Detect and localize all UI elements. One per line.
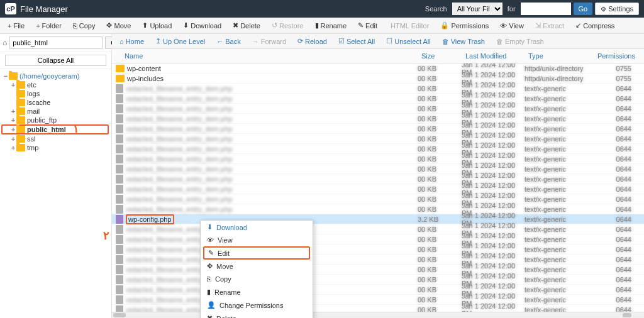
horizontal-scrollbar[interactable]: [112, 312, 644, 318]
tree-root[interactable]: −(/home/gooyceram): [3, 72, 109, 80]
empty-trash-button[interactable]: 🗑 Empty Trash: [491, 36, 549, 47]
toolbar-extract-button[interactable]: ⇲ Extract: [530, 19, 569, 31]
file-icon: [116, 255, 123, 264]
file-icon: [116, 185, 123, 194]
top-bar: cP File Manager Search All Your Files fo…: [0, 0, 644, 18]
view-trash-button[interactable]: 🗑 View Trash: [437, 36, 490, 47]
file-row[interactable]: redacted_filename_entry_item.php00 KBJan…: [112, 94, 644, 104]
file-row[interactable]: redacted_filename_entry_item.php00 KBJan…: [112, 224, 644, 234]
ctx-delete-item[interactable]: ✖Delete: [201, 312, 313, 318]
tree-node-lscache[interactable]: lscache: [3, 98, 109, 107]
file-icon: [116, 124, 123, 133]
toolbar-file-button[interactable]: + File: [3, 20, 30, 31]
file-row[interactable]: redacted_filename_entry_item.php00 KBJan…: [112, 244, 644, 255]
ctx-move-item[interactable]: ✥Move: [201, 260, 313, 273]
annotation-1: ۱: [73, 122, 79, 136]
file-row[interactable]: redacted_filename_entry_item.php00 KBJan…: [112, 124, 644, 134]
file-row[interactable]: wp-content00 KBJan 1 2024 12:00 PMhttpd/…: [112, 63, 644, 74]
context-menu: ⬇Download👁View✎Edit✥Move⎘Copy▮Rename👤Cha…: [200, 220, 313, 318]
toolbar-upload-button[interactable]: ⬆ Upload: [137, 19, 177, 31]
toolbar-copy-button[interactable]: ⎘ Copy: [68, 20, 101, 31]
tree-node-tmp[interactable]: +tmp: [3, 143, 109, 152]
ctx-edit-item[interactable]: ✎Edit: [203, 246, 310, 260]
file-row[interactable]: redacted_filename_entry_item.php00 KBJan…: [112, 234, 644, 244]
file-row[interactable]: redacted_filename_entry_item.php00 KBJan…: [112, 285, 644, 295]
file-icon: [116, 104, 123, 113]
download-icon: ⬇: [207, 223, 213, 231]
file-row[interactable]: wp-includes00 KBJan 1 2024 12:00 PMhttpd…: [112, 74, 644, 84]
toolbar-view-button[interactable]: 👁 View: [495, 20, 529, 31]
gear-icon: ⚙: [601, 6, 606, 13]
file-row[interactable]: redacted_filename_entry_item.php00 KBJan…: [112, 164, 644, 174]
nav-home-button[interactable]: ⌂ Home: [114, 36, 149, 47]
tree-node-public_html[interactable]: +public_html: [1, 124, 109, 134]
file-row[interactable]: redacted_filename_entry_item.php00 KBJan…: [112, 114, 644, 124]
file-list: wp-content00 KBJan 1 2024 12:00 PMhttpd/…: [112, 63, 644, 318]
delete-icon: ✖: [207, 314, 213, 318]
path-input[interactable]: [9, 36, 103, 49]
toolbar-move-button[interactable]: ✥ Move: [101, 19, 136, 31]
col-name[interactable]: Name: [112, 50, 418, 62]
file-row[interactable]: redacted_filename_entry_item.php00 KBJan…: [112, 184, 644, 194]
nav-up-button[interactable]: ↥ Up One Level: [150, 36, 210, 47]
tree-node-public_ftp[interactable]: +public_ftp: [3, 116, 109, 124]
edit-icon: ✎: [358, 21, 364, 30]
toolbar-download-button[interactable]: ⬇ Download: [178, 19, 226, 31]
file-row[interactable]: redacted_filename_entry_item.php00 KBJan…: [112, 154, 644, 164]
nav-forward-button[interactable]: → Forward: [247, 36, 291, 47]
sidebar: ⌂ Go Collapse All −(/home/gooyceram)+etc…: [0, 34, 112, 318]
file-row[interactable]: redacted_filename_entry_item.php00 KBJan…: [112, 255, 644, 265]
home-icon[interactable]: ⌂: [3, 38, 7, 47]
col-size[interactable]: Size: [418, 50, 462, 62]
search-input[interactable]: [521, 3, 571, 15]
search-go-button[interactable]: Go: [574, 3, 593, 15]
permissions-icon: 🔒: [440, 21, 449, 30]
file-row[interactable]: redacted_filename_entry_item.php00 KBJan…: [112, 194, 644, 204]
file-row[interactable]: redacted_filename_entry_item.php00 KBJan…: [112, 295, 644, 305]
file-row[interactable]: redacted_filename_entry_item.php00 KBJan…: [112, 134, 644, 144]
col-type[interactable]: Type: [525, 50, 594, 62]
tree-node-etc[interactable]: +etc: [3, 80, 109, 89]
select-all-button[interactable]: ☑ Select All: [333, 36, 380, 47]
file-row[interactable]: redacted_filename_entry_item.php00 KBJan…: [112, 275, 644, 285]
tree-node-ssl[interactable]: +ssl: [3, 134, 109, 143]
unselect-all-button[interactable]: ☐ Unselect All: [381, 36, 435, 47]
ctx-change-permissions-item[interactable]: 👤Change Permissions: [201, 299, 313, 312]
file-row[interactable]: redacted_filename_entry_item.php00 KBJan…: [112, 174, 644, 184]
col-permissions[interactable]: Permissions: [594, 50, 644, 62]
file-row[interactable]: redacted_filename_entry_item.php00 KBJan…: [112, 144, 644, 154]
tree-node-mail[interactable]: +mail: [3, 107, 109, 116]
move-icon: ✥: [106, 21, 112, 30]
file-icon: [116, 215, 123, 224]
toolbar-permissions-button[interactable]: 🔒 Permissions: [435, 19, 494, 31]
toolbar-delete-button[interactable]: ✖ Delete: [228, 19, 265, 31]
file-icon: [116, 265, 123, 274]
file-icon: [116, 114, 123, 123]
settings-button[interactable]: ⚙Settings: [595, 3, 639, 15]
tree-node-logs[interactable]: logs: [3, 89, 109, 98]
ctx-view-item[interactable]: 👁View: [201, 234, 313, 246]
collapse-all-button[interactable]: Collapse All: [5, 55, 106, 66]
toolbar-restore-button[interactable]: ↺ Restore: [267, 19, 309, 31]
ctx-download-item[interactable]: ⬇Download: [201, 221, 313, 234]
file-row[interactable]: redacted_filename_entry_item.php00 KBJan…: [112, 104, 644, 114]
ctx-copy-item[interactable]: ⎘Copy: [201, 273, 313, 285]
file-row[interactable]: redacted_filename_entry_item.php00 KBJan…: [112, 84, 644, 94]
toolbar-html-editor-button[interactable]: HTML Editor: [384, 20, 434, 31]
file-icon: [116, 155, 123, 163]
move-icon: ✥: [207, 262, 213, 270]
toolbar-compress-button[interactable]: ↙ Compress: [570, 19, 619, 31]
toolbar-edit-button[interactable]: ✎ Edit: [353, 19, 382, 31]
copy-icon: ⎘: [73, 22, 77, 30]
file-row[interactable]: redacted_filename_entry_item.php00 KBJan…: [112, 265, 644, 275]
file-row[interactable]: redacted_filename_entry_item.php00 KBJan…: [112, 204, 644, 214]
toolbar-rename-button[interactable]: ▮ Rename: [310, 19, 352, 31]
toolbar-folder-button[interactable]: + Folder: [31, 20, 67, 31]
file-row[interactable]: wp-config.php3.2 KBJan 1 2024 12:00 PMte…: [112, 214, 644, 224]
col-modified[interactable]: Last Modified: [462, 50, 525, 62]
ctx-rename-item[interactable]: ▮Rename: [201, 285, 313, 299]
search-scope-select[interactable]: All Your Files: [452, 3, 502, 15]
cpanel-logo-icon: cP: [5, 3, 16, 14]
nav-reload-button[interactable]: ⟳ Reload: [292, 36, 332, 47]
nav-back-button[interactable]: ← Back: [211, 36, 245, 47]
